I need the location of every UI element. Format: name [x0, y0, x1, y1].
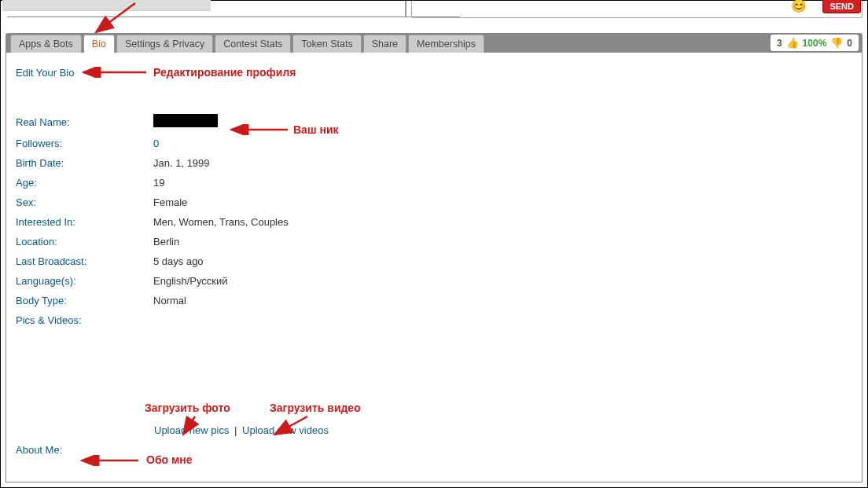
value-location: Berlin [153, 236, 179, 248]
edit-your-bio-link[interactable]: Edit Your Bio [16, 67, 74, 79]
tab-share[interactable]: Share [363, 35, 406, 53]
smiley-icon[interactable]: 😊 [791, 0, 807, 13]
label-pics-videos: Pics & Videos: [16, 314, 153, 326]
real-name-value [153, 114, 218, 127]
bio-table: Real Name: Followers: 0 Birth Date: Jan.… [16, 114, 862, 326]
label-age: Age: [16, 177, 153, 189]
divider [405, 1, 406, 17]
upload-separator: | [234, 424, 237, 436]
rating-pill: 3 👍 100% 👎 0 [771, 35, 859, 51]
value-last-broadcast: 5 days ago [153, 255, 204, 267]
value-age: 19 [153, 177, 164, 189]
tab-contest-stats[interactable]: Contest Stats [215, 35, 291, 53]
label-about-me: About Me: [16, 444, 153, 456]
label-followers: Followers: [16, 138, 153, 149]
value-languages: English/Русский [153, 275, 228, 287]
tab-token-stats[interactable]: Token Stats [292, 35, 361, 53]
tab-apps-bots[interactable]: Apps & Bots [10, 35, 82, 53]
value-birth-date: Jan. 1, 1999 [153, 157, 210, 169]
upload-videos-link[interactable]: Upload new videos [242, 424, 329, 436]
value-sex: Female [153, 196, 187, 208]
value-followers: 0 [153, 138, 159, 149]
label-interested: Interested In: [16, 216, 153, 228]
thumbs-down-icon[interactable]: 👎 [830, 37, 843, 49]
label-birth-date: Birth Date: [16, 157, 153, 169]
tab-settings[interactable]: Settings & Privacy [116, 35, 213, 53]
tab-bar: Apps & Bots Bio Settings & Privacy Conte… [6, 33, 862, 53]
value-body-type: Normal [153, 295, 186, 306]
rating-up-count: 3 [777, 38, 782, 49]
tab-memberships[interactable]: Memberships [408, 35, 484, 53]
upload-pics-link[interactable]: Upload new pics [154, 424, 229, 436]
upload-links: Upload new pics | Upload new videos [154, 424, 862, 436]
label-real-name: Real Name: [16, 116, 153, 128]
tab-bio[interactable]: Bio [83, 35, 115, 53]
separator-line [7, 17, 460, 17]
thumbs-up-icon[interactable]: 👍 [786, 37, 799, 49]
label-languages: Language(s): [16, 275, 153, 287]
rating-percent: 100% [803, 38, 827, 49]
top-area: 😊 SEND [1, 1, 867, 26]
label-location: Location: [16, 236, 153, 248]
send-button[interactable]: SEND [822, 0, 861, 13]
label-last-broadcast: Last Broadcast: [16, 255, 153, 267]
bio-panel: Edit Your Bio Real Name: Followers: 0 Bi… [6, 53, 862, 482]
rating-down-count: 0 [847, 38, 852, 49]
value-interested: Men, Women, Trans, Couples [153, 216, 289, 228]
label-sex: Sex: [16, 196, 153, 208]
label-body-type: Body Type: [16, 295, 153, 306]
preview-block [2, 0, 211, 11]
